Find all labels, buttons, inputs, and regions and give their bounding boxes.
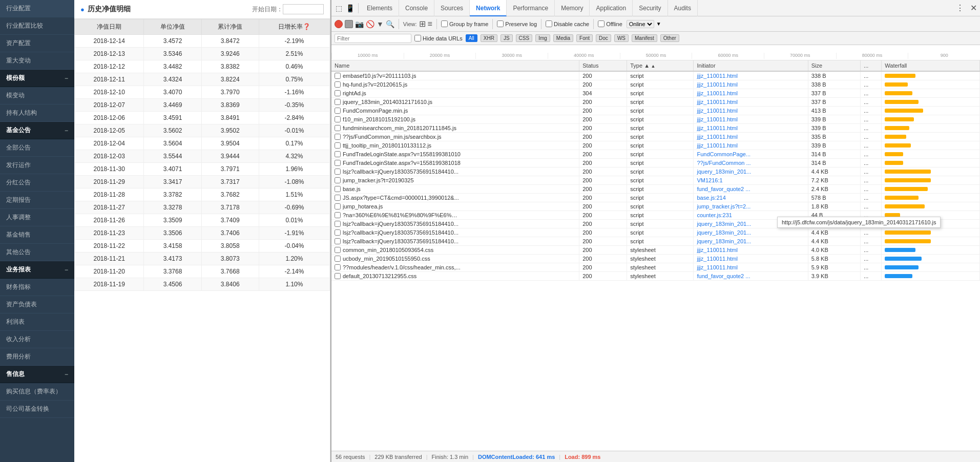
sidebar-item-personnel[interactable]: 人事调整 — [0, 209, 74, 226]
sidebar-item-industry-compare[interactable]: 行业配置比较 — [0, 17, 74, 35]
network-row[interactable]: ttjj_tooltip_min_20180110133112.js 200 s… — [331, 141, 980, 150]
table-row[interactable]: 2018-12-04 3.5604 3.9504 0.17% — [75, 137, 330, 150]
filter-input[interactable] — [335, 34, 411, 43]
filter-media-btn[interactable]: Media — [553, 34, 573, 42]
table-row[interactable]: 2018-11-30 3.4071 3.7971 1.96% — [75, 163, 330, 176]
row-checkbox[interactable] — [335, 229, 341, 236]
filter-img-btn[interactable]: Img — [535, 34, 550, 42]
inspect-icon[interactable]: ⬚ — [333, 3, 344, 13]
stop-btn[interactable] — [345, 20, 353, 28]
network-row[interactable]: base.js 200 script fund_favor_quote2 ...… — [331, 185, 980, 194]
filter-manifest-btn[interactable]: Manifest — [632, 34, 657, 42]
filter-js-btn[interactable]: JS — [501, 34, 513, 42]
row-checkbox[interactable] — [335, 256, 341, 262]
screenshot-icon[interactable]: 📷 — [355, 20, 364, 28]
network-row[interactable]: hq-fund.js?v=20120615.js 200 script jjjz… — [331, 80, 980, 89]
network-throttle-select[interactable]: Online — [627, 20, 654, 28]
tab-audits[interactable]: Audits — [668, 0, 698, 16]
sidebar-section-service-report[interactable]: 业务报表 − — [0, 261, 74, 279]
col-name[interactable]: Name — [331, 60, 579, 71]
table-row[interactable]: 2018-11-19 3.4506 3.8406 1.10% — [75, 278, 330, 291]
table-row[interactable]: 2018-11-20 3.3768 3.7668 -2.14% — [75, 265, 330, 278]
row-checkbox[interactable] — [335, 116, 341, 122]
sidebar-item-holder-structure[interactable]: 持有人结构 — [0, 104, 74, 122]
row-checkbox[interactable] — [335, 212, 341, 218]
col-waterfall[interactable]: Waterfall — [882, 60, 980, 71]
group-by-frame-checkbox[interactable] — [441, 20, 448, 27]
network-row[interactable]: jquery_183min_20140312171610.js 200 scri… — [331, 98, 980, 107]
table-row[interactable]: 2018-11-23 3.3506 3.7406 -1.91% — [75, 227, 330, 240]
row-checkbox[interactable] — [335, 169, 341, 175]
sidebar-item-fee-analysis[interactable]: 费用分析 — [0, 348, 74, 366]
filter-all-btn[interactable]: All — [466, 34, 477, 42]
table-row[interactable]: 2018-12-12 3.4482 3.8382 0.46% — [75, 60, 330, 73]
filter-doc-btn[interactable]: Doc — [596, 34, 611, 42]
table-row[interactable]: 2018-12-10 3.4070 3.7970 -1.16% — [75, 86, 330, 99]
table-scroll[interactable]: 净值日期 单位净值 累计净值 日增长率❓ 2018-12-14 3.4572 3… — [74, 19, 330, 462]
close-devtools-btn[interactable]: ✕ — [967, 3, 980, 13]
throttle-arrow[interactable]: ▼ — [656, 21, 661, 27]
network-row[interactable]: jump_hotarea.js 200 script jump_tracker.… — [331, 202, 980, 211]
tab-memory[interactable]: Memory — [555, 0, 590, 16]
sidebar-item-all-announcement[interactable]: 全部公告 — [0, 139, 74, 157]
network-row[interactable]: JS.aspx?type=CT&cmd=0000011,3990012&... … — [331, 194, 980, 202]
col-size[interactable]: Size — [808, 60, 860, 71]
row-checkbox[interactable] — [335, 134, 341, 140]
row-checkbox[interactable] — [335, 125, 341, 131]
row-checkbox[interactable] — [335, 273, 341, 279]
row-checkbox[interactable] — [335, 238, 341, 244]
row-checkbox[interactable] — [335, 73, 341, 79]
table-row[interactable]: 2018-12-07 3.4469 3.8369 -0.35% — [75, 99, 330, 112]
row-checkbox[interactable] — [335, 142, 341, 149]
table-row[interactable]: 2018-12-06 3.4591 3.8491 -2.84% — [75, 112, 330, 124]
sidebar-item-financial-indicators[interactable]: 财务指标 — [0, 279, 74, 296]
sidebar-item-profit-sheet[interactable]: 利润表 — [0, 313, 74, 331]
device-icon[interactable]: 📱 — [345, 3, 355, 13]
list-view-btn[interactable]: ≡ — [428, 19, 432, 29]
table-row[interactable]: 2018-11-29 3.3417 3.7317 -1.08% — [75, 176, 330, 188]
row-checkbox[interactable] — [335, 99, 341, 105]
row-checkbox[interactable] — [335, 195, 341, 201]
preserve-log-checkbox[interactable] — [497, 20, 504, 27]
disable-cache-checkbox[interactable] — [546, 20, 552, 27]
section-toggle[interactable]: − — [65, 75, 68, 82]
sidebar-section-sales-info[interactable]: 售信息 − — [0, 366, 74, 383]
row-checkbox[interactable] — [335, 81, 341, 88]
table-row[interactable]: 2018-11-22 3.4158 3.8058 -0.04% — [75, 240, 330, 253]
network-row[interactable]: f10_min_20181015192100.js 200 script jjj… — [331, 115, 980, 124]
tab-console[interactable]: Console — [399, 0, 434, 16]
record-btn[interactable] — [335, 20, 343, 28]
more-tabs-btn[interactable]: ⋮ — [953, 3, 967, 13]
table-row[interactable]: 2018-11-21 3.4173 3.8073 1.20% — [75, 253, 330, 265]
table-row[interactable]: 2018-12-13 3.5346 3.9246 2.51% — [75, 48, 330, 60]
row-checkbox[interactable] — [335, 151, 341, 157]
network-row[interactable]: jump_tracker.js?t=20190325 200 script VM… — [331, 176, 980, 185]
sidebar-item-major-change[interactable]: 重大变动 — [0, 52, 74, 70]
clear-icon[interactable]: 🚫 — [366, 20, 374, 28]
network-row[interactable]: fundminisearchcom_min_20181207111845.js … — [331, 124, 980, 133]
sidebar-item-purchase-info[interactable]: 购买信息（费率表） — [0, 383, 74, 401]
hide-data-urls-checkbox[interactable] — [414, 35, 421, 41]
tab-performance[interactable]: Performance — [507, 0, 555, 16]
network-row[interactable]: FundTradeLoginState.aspx?v=1558199381018… — [331, 159, 980, 167]
table-row[interactable]: 2018-11-26 3.3509 3.7409 0.01% — [75, 214, 330, 227]
row-checkbox[interactable] — [335, 177, 341, 183]
tab-elements[interactable]: Elements — [361, 0, 399, 16]
network-row[interactable]: embasef10.js?v=20111103.js 200 script jj… — [331, 71, 980, 80]
sidebar-section-model-volume[interactable]: 模份额 − — [0, 70, 74, 87]
sidebar-section-fund-announcement[interactable]: 基金公告 − — [0, 122, 74, 139]
table-row[interactable]: 2018-11-28 3.3782 3.7682 1.51% — [75, 188, 330, 201]
network-table-container[interactable]: Name Status Type ▲ Initiator Size ... Wa… — [331, 60, 980, 451]
filter-ws-btn[interactable]: WS — [614, 34, 629, 42]
date-input[interactable] — [283, 4, 324, 14]
row-checkbox[interactable] — [335, 186, 341, 192]
search-icon[interactable]: 🔍 — [386, 20, 394, 28]
tab-sources[interactable]: Sources — [434, 0, 470, 16]
network-row[interactable]: lsjz?callback=jQuery18303573569151844​10… — [331, 228, 980, 237]
row-checkbox[interactable] — [335, 264, 341, 270]
row-checkbox[interactable] — [335, 108, 341, 114]
network-row[interactable]: default_20130713212955.css 200 styleshee… — [331, 272, 980, 281]
section-toggle-sales[interactable]: − — [65, 371, 68, 378]
filter-font-btn[interactable]: Font — [576, 34, 593, 42]
offline-checkbox[interactable] — [598, 20, 604, 27]
